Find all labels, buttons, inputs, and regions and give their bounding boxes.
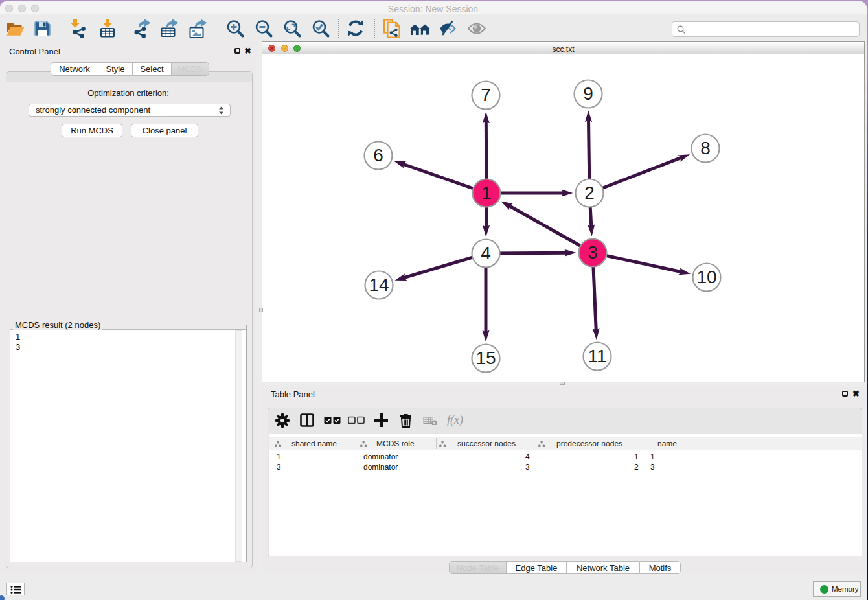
- svg-text:1: 1: [481, 183, 492, 203]
- svg-text:10: 10: [696, 267, 716, 287]
- svg-text:3: 3: [588, 242, 598, 262]
- svg-text:6: 6: [373, 145, 383, 165]
- svg-text:14: 14: [369, 275, 389, 295]
- svg-text:11: 11: [588, 346, 606, 366]
- svg-text:2: 2: [584, 183, 595, 203]
- svg-text:8: 8: [700, 138, 711, 158]
- svg-text:4: 4: [481, 243, 491, 263]
- svg-text:15: 15: [475, 348, 496, 368]
- svg-text:7: 7: [481, 85, 491, 105]
- svg-text:9: 9: [583, 84, 593, 104]
